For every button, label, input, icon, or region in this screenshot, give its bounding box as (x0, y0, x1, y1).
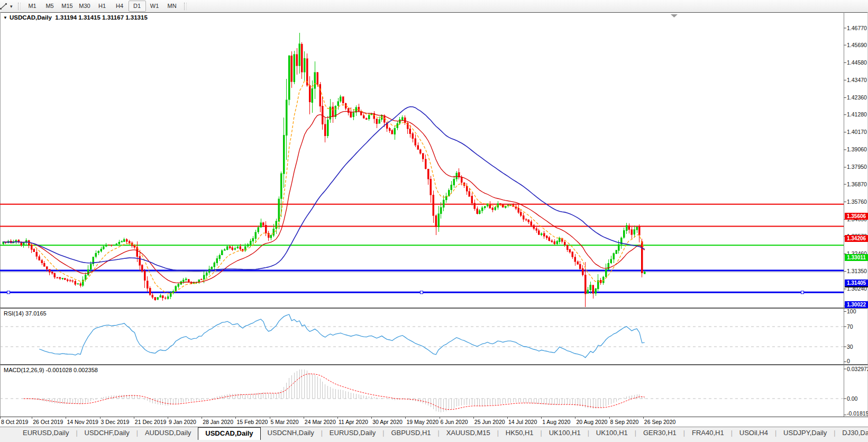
chart-tab-dj30-daily[interactable]: DJ30,Daily (835, 427, 868, 439)
date-label: 8 Sep 2020 (610, 419, 639, 425)
chart-title: ▼USDCAD,Daily 1.31194 1.31415 1.31167 1.… (3, 14, 148, 21)
trading-platform-window: ▾ M1M5M15M30H1H4D1W1MN 1.467701.456901.4… (0, 0, 868, 442)
timeframe-button-H4[interactable]: H4 (111, 1, 129, 12)
date-tick (0, 417, 1, 419)
date-label: 5 Mar 2020 (271, 419, 299, 425)
rsi-tick-label: 0 (847, 358, 850, 364)
chart-tab-hk50-h1[interactable]: HK50,H1 (499, 427, 541, 439)
price-tick-label: 1.40170 (847, 129, 867, 135)
main-price-chart[interactable]: 1.467701.456901.445801.434701.423601.412… (0, 12, 868, 308)
chart-tab-fra40-h1[interactable]: FRA40,H1 (685, 427, 731, 439)
level-price-flag: 1.30022 (845, 301, 868, 308)
rsi-indicator-label: RSI(14) 37.0165 (4, 310, 47, 317)
date-label: 24 Mar 2020 (305, 419, 336, 425)
macd-tick-label: 0.032972 (847, 366, 868, 372)
date-label: 28 Jan 2020 (203, 419, 233, 425)
line-selection-handle[interactable] (801, 291, 804, 294)
chart-tab-ger30-h1[interactable]: GER30,H1 (636, 427, 683, 439)
timeframe-button-W1[interactable]: W1 (146, 1, 163, 12)
timeframe-button-M15[interactable]: M15 (59, 1, 76, 12)
date-label: 14 Nov 2019 (67, 419, 98, 425)
fast-moving-average-line[interactable] (3, 80, 645, 293)
line-selection-handle[interactable] (7, 291, 10, 294)
rsi-panel[interactable]: 10070300 (0, 308, 868, 365)
date-label: 3 Dec 2019 (101, 419, 130, 425)
chart-tab-gbpusd-h1[interactable]: GBPUSD,H1 (384, 427, 437, 439)
price-tick-label: 1.44580 (847, 59, 867, 66)
macd-panel[interactable]: 0.0329720.00-0.018154 (0, 365, 868, 417)
date-tick (371, 417, 372, 419)
date-label: 19 May 2020 (406, 419, 438, 425)
chart-tabs: EURUSD,Daily|USDCHF,Daily|AUDUSD,DailyUS… (16, 427, 868, 440)
date-tick (575, 417, 575, 419)
rsi-tick-label: 70 (847, 323, 853, 330)
chart-tab-audusd-daily[interactable]: AUDUSD,Daily (138, 427, 198, 439)
date-tick (235, 417, 236, 419)
timeframe-button-M5[interactable]: M5 (41, 1, 59, 12)
date-tick (168, 417, 168, 419)
timeframe-button-D1[interactable]: D1 (129, 1, 146, 12)
price-tick-label: 1.37950 (847, 164, 867, 170)
price-tick-label: 1.46770 (847, 25, 867, 31)
chart-region: 1.467701.456901.445801.434701.423601.412… (0, 12, 868, 427)
chart-tab-usdchf-daily[interactable]: USDCHF,Daily (78, 427, 136, 439)
line-selection-handle[interactable] (421, 291, 423, 294)
date-tick (440, 417, 440, 419)
timeframe-button-H1[interactable]: H1 (94, 1, 111, 12)
date-tick (32, 417, 32, 419)
date-label: 9 Jan 2020 (169, 419, 196, 425)
level-price-flag: 1.33011 (845, 254, 868, 261)
date-tick (609, 417, 610, 419)
medium-moving-average-line[interactable] (3, 111, 645, 283)
toolbar-grip[interactable] (184, 3, 187, 10)
window-menu-icon[interactable]: ▼ (3, 15, 7, 20)
date-label: 25 Jun 2020 (474, 419, 505, 425)
date-label: 26 Oct 2019 (33, 419, 63, 425)
date-label: 6 Jun 2020 (441, 419, 468, 425)
trendline-tool-icon[interactable] (1, 2, 9, 11)
chart-tab-usdcnh-daily[interactable]: USDCNH,Daily (261, 427, 321, 439)
price-tick-label: 1.42360 (847, 94, 867, 101)
timeframe-button-M30[interactable]: M30 (76, 1, 94, 12)
chart-tab-eurusd-daily[interactable]: EURUSD,Daily (323, 427, 382, 439)
chart-tab-uk100-h1[interactable]: UK100,H1 (589, 427, 635, 439)
date-tick (202, 417, 202, 419)
level-price-flag: 1.31405 (845, 279, 868, 286)
date-tick (270, 417, 270, 419)
chart-tab-xauusd-m15[interactable]: XAUUSD,M15 (440, 427, 497, 439)
macd-signal-line (24, 374, 645, 410)
chart-tab-usdjpy-daily[interactable]: USDJPY,Daily (776, 427, 834, 439)
price-tick-label: 1.41280 (847, 111, 867, 118)
date-label: 20 Aug 2020 (576, 419, 607, 425)
chart-tab-uk100-h1[interactable]: UK100,H1 (542, 427, 588, 439)
price-tick-label: 1.35760 (847, 199, 867, 205)
date-tick (643, 417, 644, 419)
date-tick (66, 417, 66, 419)
chart-symbol-period: USDCAD,Daily (10, 14, 52, 21)
chart-tab-usdcad-daily[interactable]: USDCAD,Daily (198, 427, 260, 440)
timeframe-button-group: M1M5M15M30H1H4D1W1MN (24, 1, 181, 12)
macd-tick-label: 0.00 (847, 395, 858, 402)
rsi-line (39, 314, 644, 358)
date-tick (405, 417, 406, 419)
date-tick (304, 417, 304, 419)
chart-shift-marker-icon[interactable] (671, 14, 678, 17)
chart-tab-eurusd-daily[interactable]: EURUSD,Daily (16, 427, 76, 439)
macd-tick-label: -0.018154 (847, 410, 868, 417)
date-tick (473, 417, 474, 419)
level-price-flag: 1.35606 (845, 213, 868, 220)
date-axis: 8 Oct 201926 Oct 201914 Nov 20193 Dec 20… (0, 417, 868, 427)
timeframe-button-M1[interactable]: M1 (24, 1, 41, 12)
slow-moving-average-line[interactable] (3, 107, 645, 271)
dropdown-caret-icon[interactable]: ▾ (10, 4, 13, 9)
date-tick (100, 417, 100, 419)
candlesticks[interactable] (3, 33, 646, 307)
date-label: 14 Jul 2020 (508, 419, 537, 425)
chart-tab-usoil-h4[interactable]: USOil,H4 (733, 427, 775, 439)
timeframe-button-MN[interactable]: MN (163, 1, 181, 12)
toolbar-grip[interactable] (18, 3, 21, 10)
chart-ohlc-values: 1.31194 1.31415 1.31167 1.31315 (55, 14, 148, 21)
date-label: 8 Oct 2019 (1, 419, 28, 425)
level-price-flag: 1.34206 (845, 235, 868, 242)
price-tick-label: 1.43470 (847, 77, 867, 83)
